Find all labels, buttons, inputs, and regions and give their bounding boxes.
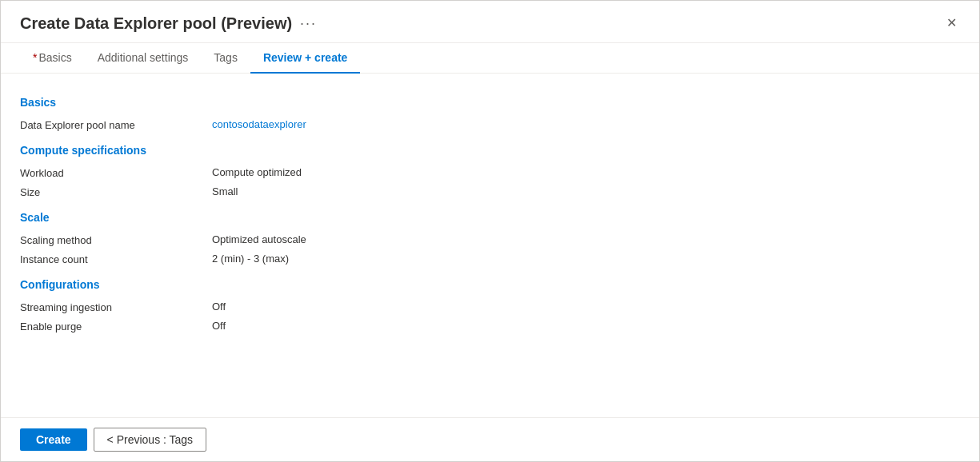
- previous-tags-button[interactable]: < Previous : Tags: [94, 428, 207, 452]
- field-value-workload: Compute optimized: [212, 166, 302, 178]
- field-row-streaming-ingestion: Streaming ingestion Off: [20, 301, 960, 313]
- create-button[interactable]: Create: [20, 428, 87, 451]
- field-row-size: Size Small: [20, 185, 960, 198]
- field-label-pool-name: Data Explorer pool name: [20, 118, 212, 131]
- field-value-enable-purge: Off: [212, 320, 226, 332]
- more-options-button[interactable]: ···: [300, 15, 317, 32]
- field-row-pool-name: Data Explorer pool name contosodataexplo…: [20, 118, 960, 131]
- field-label-size: Size: [20, 185, 212, 198]
- section-heading-configurations: Configurations: [20, 278, 960, 291]
- dialog-header: Create Data Explorer pool (Preview) ··· …: [1, 1, 979, 43]
- field-row-scaling-method: Scaling method Optimized autoscale: [20, 233, 960, 246]
- field-value-size: Small: [212, 185, 238, 197]
- field-label-instance-count: Instance count: [20, 253, 212, 265]
- field-value-scaling-method: Optimized autoscale: [212, 233, 306, 245]
- footer: Create < Previous : Tags: [1, 418, 979, 461]
- content-area: Basics Data Explorer pool name contosoda…: [1, 74, 979, 417]
- field-label-workload: Workload: [20, 166, 212, 179]
- tab-basics[interactable]: *Basics: [20, 43, 85, 74]
- tab-review-create[interactable]: Review + create: [250, 43, 360, 74]
- dialog-title: Create Data Explorer pool (Preview): [20, 14, 292, 33]
- create-dialog: Create Data Explorer pool (Preview) ··· …: [0, 0, 980, 462]
- field-row-workload: Workload Compute optimized: [20, 166, 960, 179]
- field-value-instance-count: 2 (min) - 3 (max): [212, 253, 289, 265]
- tab-additional-settings[interactable]: Additional settings: [85, 43, 202, 74]
- section-heading-scale: Scale: [20, 211, 960, 224]
- tab-tags[interactable]: Tags: [201, 43, 250, 74]
- section-heading-compute: Compute specifications: [20, 144, 960, 157]
- field-value-pool-name[interactable]: contosodataexplorer: [212, 118, 306, 130]
- field-value-streaming-ingestion: Off: [212, 301, 226, 313]
- required-star: *: [33, 51, 37, 64]
- close-button[interactable]: ✕: [943, 14, 960, 33]
- tabs-bar: *Basics Additional settings Tags Review …: [1, 43, 979, 74]
- field-label-streaming-ingestion: Streaming ingestion: [20, 301, 212, 313]
- title-area: Create Data Explorer pool (Preview) ···: [20, 14, 317, 33]
- field-row-instance-count: Instance count 2 (min) - 3 (max): [20, 253, 960, 265]
- field-row-enable-purge: Enable purge Off: [20, 320, 960, 333]
- section-heading-basics: Basics: [20, 96, 960, 109]
- field-label-scaling-method: Scaling method: [20, 233, 212, 246]
- field-label-enable-purge: Enable purge: [20, 320, 212, 333]
